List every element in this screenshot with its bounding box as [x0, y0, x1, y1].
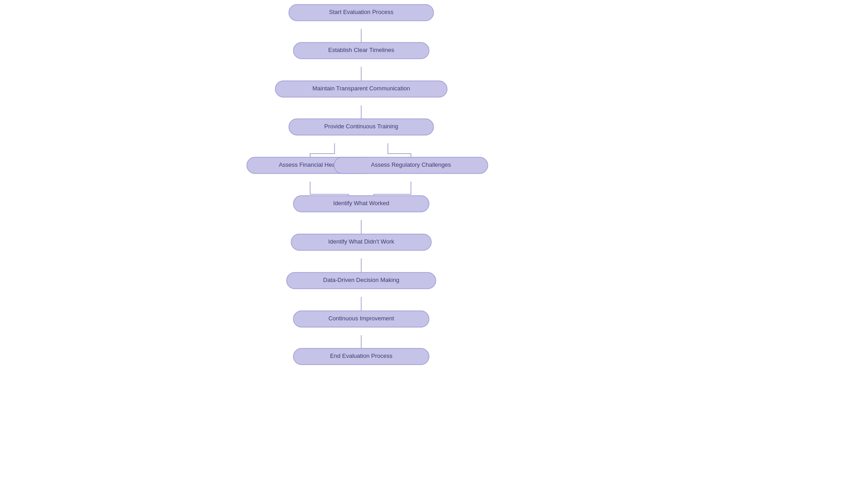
node-training-label: Provide Continuous Training	[324, 123, 398, 130]
node-timelines-label: Establish Clear Timelines	[328, 47, 394, 53]
node-datadriven-label: Data-Driven Decision Making	[323, 277, 399, 283]
node-start-label: Start Evaluation Process	[329, 9, 394, 15]
node-financial-label: Assess Financial Health	[279, 161, 342, 168]
node-worked-label: Identify What Worked	[333, 200, 389, 206]
diagram-container: Start Evaluation Process Establish Clear…	[0, 0, 868, 488]
node-regulatory-label: Assess Regulatory Challenges	[371, 161, 451, 168]
node-didntwork-label: Identify What Didn't Work	[328, 238, 395, 245]
node-improvement-label: Continuous Improvement	[328, 315, 394, 322]
node-end-label: End Evaluation Process	[330, 352, 393, 359]
node-communication-label: Maintain Transparent Communication	[312, 85, 410, 92]
